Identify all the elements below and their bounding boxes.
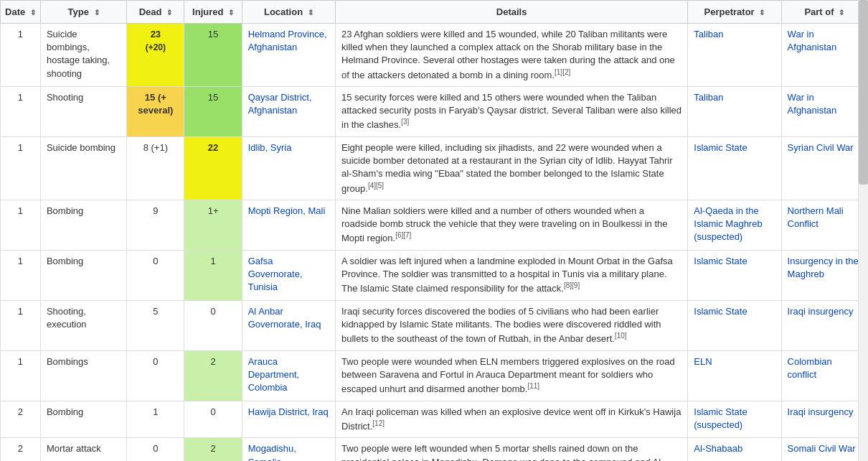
- location-link[interactable]: Hawija District, Iraq: [248, 406, 329, 417]
- cell-perpetrator[interactable]: Taliban: [688, 87, 781, 137]
- cell-details: 15 security forces were killed and 15 ot…: [336, 87, 688, 137]
- cell-injured: 0: [184, 401, 242, 438]
- sort-arrow-partof[interactable]: ⇕: [839, 9, 844, 17]
- cell-type: Mortar attack: [40, 438, 126, 461]
- col-header-location[interactable]: Location ⇕: [242, 1, 335, 24]
- cell-injured: 2: [184, 438, 242, 461]
- sort-arrow-dead[interactable]: ⇕: [166, 9, 172, 17]
- col-header-perpetrator[interactable]: Perpetrator ⇕: [688, 1, 781, 24]
- location-link[interactable]: Al Anbar Governorate, Iraq: [248, 306, 321, 330]
- location-link[interactable]: Qaysar District, Afghanistan: [248, 92, 312, 116]
- cell-injured: 22: [184, 136, 242, 200]
- partof-link[interactable]: Syrian Civil War: [788, 142, 854, 153]
- cell-dead: 0: [127, 350, 184, 401]
- perpetrator-link[interactable]: Islamic State: [694, 256, 747, 266]
- table-row: 1Bombings02Arauca Department, ColombiaTw…: [1, 350, 868, 401]
- cell-partof[interactable]: Iraqi insurgency: [781, 401, 867, 438]
- location-link[interactable]: Arauca Department, Colombia: [248, 356, 300, 393]
- sort-arrow-type[interactable]: ⇕: [94, 9, 100, 17]
- cell-location[interactable]: Mopti Region, Mali: [242, 200, 335, 251]
- col-header-details[interactable]: Details: [336, 1, 688, 24]
- partof-link[interactable]: War in Afghanistan: [788, 92, 837, 116]
- scrollbar-thumb[interactable]: [859, 0, 868, 185]
- cell-partof[interactable]: War in Afghanistan: [781, 87, 867, 137]
- perpetrator-link[interactable]: Islamic State: [694, 306, 747, 317]
- cell-location[interactable]: Helmand Province, Afghanistan: [242, 24, 335, 87]
- partof-link[interactable]: War in Afghanistan: [788, 29, 837, 52]
- cell-location[interactable]: Hawija District, Iraq: [242, 401, 335, 438]
- scrollbar-track[interactable]: [858, 0, 868, 461]
- sort-arrow-location[interactable]: ⇕: [308, 9, 313, 17]
- partof-link[interactable]: Northern Mali Conflict: [788, 205, 844, 229]
- cell-details: Nine Malian soldiers were killed and a n…: [336, 200, 688, 251]
- cell-location[interactable]: Qaysar District, Afghanistan: [242, 87, 335, 137]
- cell-dead: 1: [127, 401, 184, 438]
- cell-perpetrator[interactable]: Al-Shabaab: [688, 438, 781, 461]
- col-perpetrator-label: Perpetrator: [704, 6, 755, 17]
- partof-link[interactable]: Insurgency in the Maghreb: [788, 256, 859, 279]
- col-header-type[interactable]: Type ⇕: [40, 1, 126, 24]
- cell-partof[interactable]: Syrian Civil War: [781, 136, 867, 200]
- cell-perpetrator[interactable]: ELN: [688, 350, 781, 401]
- cell-perpetrator[interactable]: Islamic State: [688, 250, 781, 300]
- cell-perpetrator[interactable]: Taliban: [688, 24, 781, 87]
- perpetrator-link[interactable]: Islamic State (suspected): [694, 406, 747, 430]
- partof-link[interactable]: Colombian conflict: [788, 356, 832, 380]
- cell-partof[interactable]: Iraqi insurgency: [781, 300, 867, 350]
- col-header-partof[interactable]: Part of ⇕: [781, 1, 867, 24]
- perpetrator-link[interactable]: Islamic State: [694, 142, 747, 153]
- col-header-injured[interactable]: Injured ⇕: [184, 1, 242, 24]
- cell-partof[interactable]: War in Afghanistan: [781, 24, 867, 87]
- main-table-container: Date ⇕ Type ⇕ Dead ⇕ Injured ⇕ Location: [0, 0, 868, 461]
- location-link[interactable]: Gafsa Governorate, Tunisia: [248, 256, 303, 292]
- cell-perpetrator[interactable]: Islamic State: [688, 300, 781, 350]
- partof-link[interactable]: Iraqi insurgency: [788, 406, 854, 417]
- cell-date: 1: [1, 136, 41, 200]
- cell-type: Bombings: [40, 350, 126, 401]
- cell-type: Bombing: [40, 250, 126, 300]
- ref-sup: [4][5]: [368, 182, 384, 190]
- ref-sup: [3]: [401, 118, 409, 126]
- ref-sup: [8][9]: [564, 281, 580, 289]
- cell-dead: 15 (+ several): [127, 87, 184, 137]
- cell-partof[interactable]: Northern Mali Conflict: [781, 200, 867, 251]
- cell-location[interactable]: Idlib, Syria: [242, 136, 335, 200]
- perpetrator-link[interactable]: Taliban: [694, 29, 723, 39]
- cell-date: 1: [1, 300, 41, 350]
- cell-partof[interactable]: Insurgency in the Maghreb: [781, 250, 867, 300]
- partof-link[interactable]: Iraqi insurgency: [788, 306, 854, 317]
- sort-arrow-perpetrator[interactable]: ⇕: [759, 9, 765, 17]
- partof-link[interactable]: Somali Civil War: [788, 443, 856, 454]
- perpetrator-link[interactable]: Al-Shabaab: [694, 443, 742, 454]
- sort-arrow-date[interactable]: ⇕: [30, 9, 36, 17]
- col-injured-label: Injured: [192, 6, 223, 17]
- cell-perpetrator[interactable]: Islamic State (suspected): [688, 401, 781, 438]
- perpetrator-link[interactable]: Taliban: [694, 92, 723, 103]
- col-header-date[interactable]: Date ⇕: [1, 1, 41, 24]
- cell-date: 2: [1, 438, 41, 461]
- col-date-label: Date: [5, 6, 25, 17]
- cell-details: Eight people were killed, including six …: [336, 136, 688, 200]
- location-link[interactable]: Mogadishu, Somalia: [248, 443, 296, 461]
- cell-date: 1: [1, 87, 41, 137]
- location-link[interactable]: Helmand Province, Afghanistan: [248, 29, 327, 52]
- cell-perpetrator[interactable]: Islamic State: [688, 136, 781, 200]
- cell-type: Suicide bombing: [40, 136, 126, 200]
- cell-location[interactable]: Arauca Department, Colombia: [242, 350, 335, 401]
- location-link[interactable]: Mopti Region, Mali: [248, 205, 326, 216]
- perpetrator-link[interactable]: ELN: [694, 356, 712, 367]
- table-row: 2Mortar attack02Mogadishu, SomaliaTwo pe…: [1, 438, 868, 461]
- cell-location[interactable]: Gafsa Governorate, Tunisia: [242, 250, 335, 300]
- sort-arrow-injured[interactable]: ⇕: [228, 9, 234, 17]
- cell-location[interactable]: Mogadishu, Somalia: [242, 438, 335, 461]
- cell-dead: 23(+20): [127, 24, 184, 87]
- cell-injured: 2: [184, 350, 242, 401]
- perpetrator-link[interactable]: Al-Qaeda in the Islamic Maghreb (suspect…: [694, 205, 762, 242]
- cell-location[interactable]: Al Anbar Governorate, Iraq: [242, 300, 335, 350]
- cell-partof[interactable]: Colombian conflict: [781, 350, 867, 401]
- cell-details: Two people were left wounded when 5 mort…: [336, 438, 688, 461]
- col-header-dead[interactable]: Dead ⇕: [127, 1, 184, 24]
- cell-perpetrator[interactable]: Al-Qaeda in the Islamic Maghreb (suspect…: [688, 200, 781, 251]
- location-link[interactable]: Idlib, Syria: [248, 142, 292, 153]
- cell-partof[interactable]: Somali Civil War: [781, 438, 867, 461]
